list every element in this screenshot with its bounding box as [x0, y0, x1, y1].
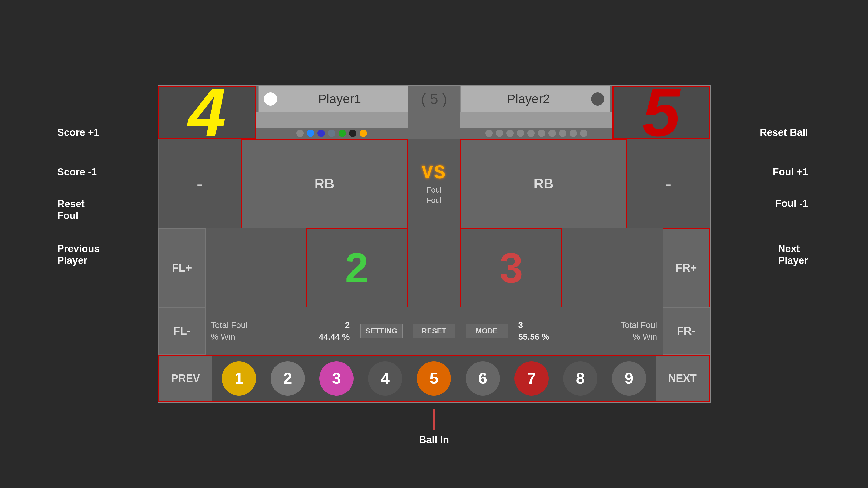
prev-label: PREV	[171, 372, 200, 384]
left-minus-button[interactable]: -	[158, 139, 241, 228]
left-foul-number: 2	[306, 228, 408, 307]
left-total-foul-label: Total Foul	[211, 320, 248, 330]
dots-right	[461, 130, 613, 137]
dot-right-6	[538, 130, 545, 137]
mode-label: MODE	[476, 327, 498, 335]
dot-left-4	[328, 130, 335, 137]
next-player-label: NextPlayer	[778, 243, 808, 267]
player1-dot	[264, 92, 277, 106]
player2-header: Player2	[461, 86, 610, 112]
player-num-3[interactable]: 3	[319, 361, 353, 396]
dot-right-5	[527, 130, 535, 137]
center-sub	[408, 112, 461, 128]
right-total-foul-label: Total Foul	[621, 320, 657, 330]
left-total-foul-line: Total Foul 2	[211, 320, 350, 330]
player-num-6[interactable]: 6	[466, 361, 500, 396]
player2-dot	[591, 92, 604, 106]
action-buttons-center: SETTING RESET MODE	[355, 307, 513, 355]
reset-foul-label: ResetFoul	[57, 198, 85, 222]
foul-row: FL+ 2 3 FR+	[158, 228, 710, 307]
score-plus-label: Score +1	[57, 127, 100, 138]
fl-plus-label: FL+	[172, 262, 192, 274]
player-num-9[interactable]: 9	[612, 361, 646, 396]
left-rb-row: - RB	[158, 139, 408, 228]
player-num-1[interactable]: 1	[222, 361, 256, 396]
reset-label: RESET	[422, 327, 446, 335]
dot-right-7	[549, 130, 556, 137]
fr-plus-button[interactable]: FR+	[662, 228, 710, 307]
left-minus-label: -	[196, 173, 203, 194]
right-rb-label: RB	[534, 176, 554, 191]
left-win-label: % Win	[211, 332, 235, 342]
left-win-value: 44.44 %	[319, 332, 349, 342]
score-left-display: 4	[158, 86, 256, 139]
fl-minus-button[interactable]: FL-	[158, 307, 206, 355]
left-controls: - RB	[158, 139, 408, 228]
dot-right-10	[580, 130, 587, 137]
right-win-line: 55.56 % % Win	[519, 332, 657, 342]
reset-button[interactable]: RESET	[413, 324, 455, 338]
right-foul-value: 3	[499, 243, 523, 292]
foul-center	[408, 228, 461, 307]
mode-button[interactable]: MODE	[466, 324, 508, 338]
player-num-5[interactable]: 5	[417, 361, 451, 396]
right-rb-row: RB -	[461, 139, 710, 228]
prev-button[interactable]: PREV	[159, 356, 212, 401]
foul-minus-label: Foul -1	[775, 198, 808, 209]
player-num-8[interactable]: 8	[563, 361, 597, 396]
left-win-line: % Win 44.44 %	[211, 332, 350, 342]
reset-ball-label: Reset Ball	[760, 127, 808, 138]
prev-player-label: PreviousPlayer	[57, 243, 100, 267]
right-minus-label: -	[665, 173, 672, 194]
next-button[interactable]: NEXT	[656, 356, 709, 401]
setting-button[interactable]: SETTING	[360, 324, 403, 338]
left-rb-label: RB	[314, 176, 334, 191]
dots-left	[256, 130, 408, 137]
dot-right-1	[485, 130, 493, 137]
right-stats: 3 Total Foul 55.56 % % Win	[513, 307, 662, 355]
player-selector-row: PREV 1 2 3 4 5 6 7 8 9 NEXT	[158, 355, 710, 402]
vs-text: VS	[422, 162, 446, 184]
ball-in-arrow	[433, 409, 435, 430]
dot-right-3	[506, 130, 514, 137]
foul-spacer-right	[562, 228, 662, 307]
dot-right-9	[569, 130, 577, 137]
player-num-4[interactable]: 4	[368, 361, 402, 396]
center-score-value: ( 5 )	[421, 90, 447, 107]
fl-minus-label: FL-	[173, 325, 190, 337]
fr-minus-label: FR-	[677, 325, 695, 337]
right-win-label: % Win	[633, 332, 657, 342]
player-num-2[interactable]: 2	[271, 361, 305, 396]
dot-right-4	[517, 130, 524, 137]
next-label: NEXT	[668, 372, 696, 384]
right-foul-number: 3	[461, 228, 562, 307]
fl-plus-button[interactable]: FL+	[158, 228, 206, 307]
fr-plus-label: FR+	[676, 262, 697, 274]
dot-left-5	[339, 130, 346, 137]
player1-name: Player1	[277, 92, 402, 106]
center-score: ( 5 )	[408, 86, 461, 112]
right-minus-button[interactable]: -	[627, 139, 710, 228]
player-numbers: 1 2 3 4 5 6 7 8 9	[212, 356, 656, 401]
players-row: 4 Player1 ( 5 ) Player2	[158, 86, 710, 139]
foul-plus-label: Foul +1	[773, 166, 808, 178]
dot-right-2	[496, 130, 503, 137]
foul-label-right: Foul	[426, 196, 441, 205]
right-controls: RB -	[461, 139, 710, 228]
dots-row	[256, 128, 613, 139]
right-rb-button[interactable]: RB	[461, 139, 627, 228]
foul-label-left: Foul	[426, 186, 441, 194]
right-total-foul-value: 3	[519, 320, 523, 330]
fr-minus-button[interactable]: FR-	[662, 307, 710, 355]
left-rb-button[interactable]: RB	[241, 139, 408, 228]
ball-in-label: Ball In	[419, 434, 449, 446]
player-num-7[interactable]: 7	[515, 361, 549, 396]
right-win-value: 55.56 %	[519, 332, 549, 342]
main-container: Score +1 Score -1 ResetFoul PreviousPlay…	[52, 27, 816, 461]
player1-header: Player1	[258, 86, 408, 112]
setting-label: SETTING	[365, 327, 397, 335]
vs-center: VS Foul Foul	[408, 139, 461, 228]
dot-right-8	[559, 130, 566, 137]
dot-left-7	[360, 130, 367, 137]
right-total-foul-line: 3 Total Foul	[519, 320, 657, 330]
